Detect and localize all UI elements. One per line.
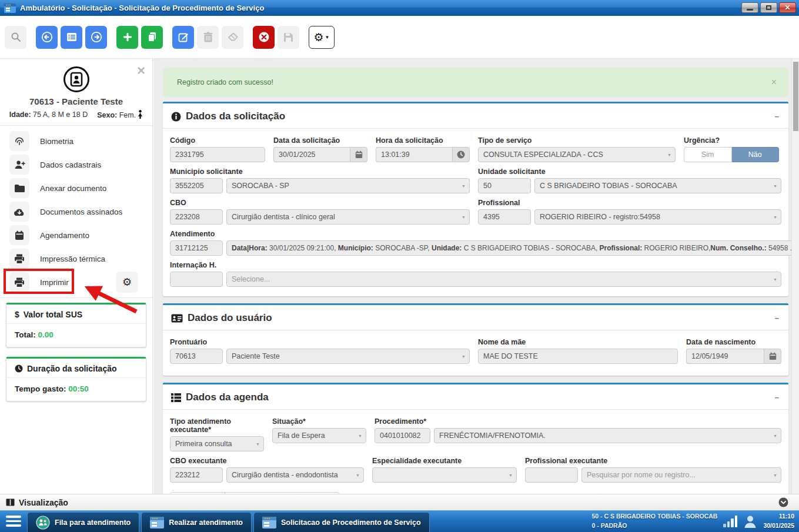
eraser-icon [228, 32, 238, 42]
caret-down-icon: ▼ [667, 153, 671, 157]
field-label: Profissional [478, 199, 781, 207]
collapse-icon[interactable]: − [774, 314, 779, 323]
print-settings-button[interactable]: ⚙ [116, 272, 138, 293]
menu-icon[interactable] [0, 510, 27, 532]
sidebar-item-dados-cadastrais[interactable]: Dados cadastrais [0, 153, 152, 176]
urgencia-sim-button[interactable]: Sim [684, 147, 732, 162]
unidade-select[interactable]: C S BRIGADEIRO TOBIAS - SOROCABA ▼ [534, 178, 781, 193]
situacao-select[interactable]: Fila de Espera ▼ [272, 428, 366, 443]
cbo-executante-codigo-input[interactable]: 223212 [170, 467, 223, 483]
cbo-executante-select[interactable]: Cirurgião dentista - endodontista ▼ [226, 467, 364, 483]
municipio-codigo-input[interactable]: 3552205 [170, 178, 223, 193]
valor-total-card: $ Valor total SUS Total: 0.00 [6, 303, 146, 347]
nome-mae-input[interactable]: MAE DO TESTE [478, 349, 678, 364]
delete-record-button[interactable] [197, 26, 219, 49]
data-nascimento-input[interactable]: 12/05/1949 [686, 349, 764, 364]
minimize-button[interactable] [741, 2, 758, 13]
copy-icon [147, 32, 158, 42]
internacao-select[interactable]: Selecione... ▼ [226, 272, 781, 287]
profissional-codigo-input[interactable]: 4395 [478, 209, 531, 225]
restore-button[interactable] [760, 2, 777, 13]
alert-text: Registro criado com sucesso! [177, 78, 273, 86]
profissional-executante-codigo-input[interactable] [525, 467, 578, 483]
municipio-select[interactable]: SOROCABA - SP ▼ [226, 178, 470, 193]
procedimento-codigo-input[interactable]: 0401010082 [375, 428, 430, 443]
close-window-button[interactable]: ✕ [779, 2, 796, 13]
save-record-button[interactable] [278, 26, 299, 49]
restore-icon [766, 5, 771, 10]
taskbar-item-solicitacao-procedimento[interactable]: Solicitacao de Procedimento de Serviço [253, 512, 430, 532]
copy-record-button[interactable] [141, 26, 163, 49]
sidebar-item-impressao-termica[interactable]: Impressão térmica [0, 247, 152, 270]
collapse-icon[interactable]: − [774, 112, 779, 121]
user-icon[interactable] [743, 514, 757, 528]
field-label: Municipio solicitante [170, 168, 470, 176]
sidebar-item-label: Anexar documento [40, 184, 106, 193]
list-records-button[interactable] [61, 26, 82, 49]
caret-down-icon: ▼ [325, 35, 330, 40]
minimize-icon [747, 9, 753, 11]
sidebar-item-documentos-assinados[interactable]: Documentos assinados [0, 200, 152, 223]
sidebar-item-agendamento[interactable]: Agendamento [0, 223, 152, 247]
calendar-icon[interactable] [764, 349, 781, 364]
clear-form-button[interactable] [222, 26, 243, 49]
edit-record-button[interactable] [172, 26, 194, 49]
signal-icon[interactable] [723, 516, 737, 527]
sidebar-close-icon[interactable]: × [137, 63, 145, 78]
sidebar-item-biometria[interactable]: Biometria [0, 129, 152, 153]
sidebar-item-label: Agendamento [40, 231, 89, 240]
arrow-left-circle-icon [41, 31, 53, 43]
collapse-panel-icon[interactable] [778, 497, 788, 507]
next-record-button[interactable] [85, 26, 107, 49]
window-titlebar: Ambulatório - Solicitação - Solicitação … [0, 0, 799, 16]
cbo-select[interactable]: Cirurgião dentista - clínico geral ▼ [226, 209, 470, 225]
field-label: Procedimento* [375, 417, 781, 426]
especialidade-executante-select[interactable]: ▼ [372, 467, 517, 483]
queue-icon [36, 516, 50, 530]
collapse-icon[interactable]: − [774, 393, 779, 402]
prontuario-select[interactable]: Paciente Teste ▼ [226, 349, 470, 364]
sidebar-item-label: Biometria [40, 137, 73, 146]
internacao-codigo-input[interactable] [170, 272, 223, 287]
caret-down-icon: ▼ [773, 277, 777, 282]
settings-menu-button[interactable]: ⚙ ▼ [309, 26, 335, 49]
sidebar-item-label: Imprimir [40, 278, 69, 287]
cbo-codigo-input[interactable]: 223208 [170, 209, 223, 225]
codigo-input[interactable]: 2331795 [170, 147, 265, 162]
profissional-executante-select[interactable]: Pesquisar por nome ou registro... ▼ [581, 467, 781, 483]
search-button[interactable] [5, 26, 26, 49]
clock-icon[interactable] [452, 147, 470, 162]
duracao-title: Duração da solicitação [6, 359, 146, 378]
sidebar-item-anexar-documento[interactable]: Anexar documento [0, 176, 152, 200]
new-record-button[interactable] [116, 26, 138, 49]
field-label: Código [170, 136, 265, 145]
sidebar-item-imprimir[interactable]: Imprimir ⚙ [0, 270, 152, 294]
cancel-record-button[interactable] [253, 26, 275, 49]
tipo-servico-select[interactable]: CONSULTA ESPECIALIZADA - CCS ▼ [478, 147, 676, 162]
procedimento-select[interactable]: FRENÉCTOMIA/FRENOTOMIA. ▼ [434, 428, 781, 443]
atendimento-codigo-input[interactable]: 31712125 [170, 240, 223, 256]
caret-down-icon: ▼ [256, 442, 260, 446]
taskbar-item-realizar-atendimento[interactable]: Realizar atendimento [141, 512, 252, 532]
urgencia-toggle: Sim Não [684, 147, 779, 162]
profissional-select[interactable]: ROGERIO RIBEIRO - registro:54958 ▼ [534, 209, 781, 225]
hora-solicitacao-input[interactable]: 13:01:39 [376, 147, 452, 162]
prontuario-codigo-input[interactable]: 70613 [170, 349, 223, 364]
unidade-codigo-input[interactable]: 50 [478, 178, 531, 193]
scrollbar-thumb[interactable] [793, 62, 798, 131]
urgencia-nao-button[interactable]: Não [732, 147, 780, 162]
taskbar-item-fila-atendimento[interactable]: Fila para atendimento [27, 512, 139, 532]
visualization-bar: Visualização [0, 494, 799, 510]
calendar-icon[interactable] [350, 147, 367, 162]
data-solicitacao-input[interactable]: 30/01/2025 [273, 147, 350, 162]
vertical-scrollbar[interactable] [791, 59, 799, 494]
taskbar-clock: 11:10 30/01/2025 [763, 512, 794, 530]
previous-record-button[interactable] [36, 26, 58, 49]
atendimento-select[interactable]: Data|Hora: 30/01/2025 09:21:00, Municípi… [226, 240, 791, 256]
list-icon [66, 32, 77, 42]
clock-icon [15, 364, 23, 373]
success-alert: Registro criado com sucesso! × [163, 68, 788, 97]
alert-close-icon[interactable]: × [771, 77, 777, 88]
caret-down-icon: ▼ [462, 184, 466, 188]
tipo-atendimento-select[interactable]: Primeira consulta ▼ [170, 436, 264, 451]
